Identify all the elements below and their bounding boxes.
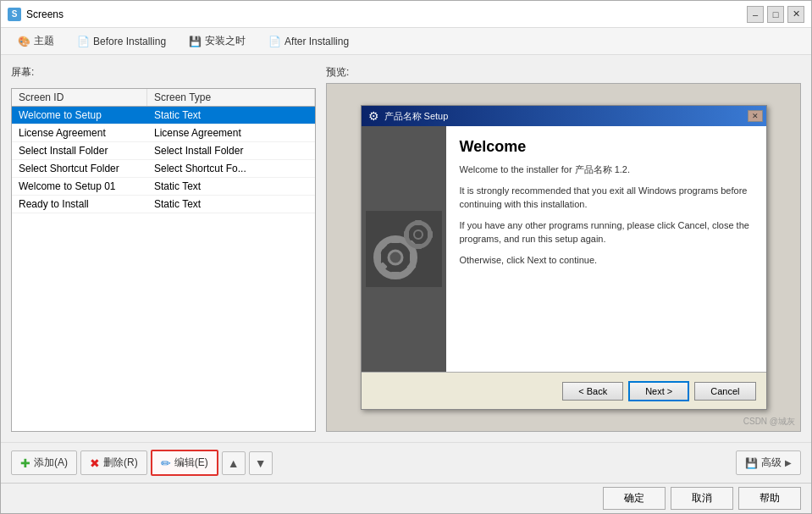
cell-screen-type: Select Install Folder — [147, 142, 315, 159]
edit-label: 编辑(E) — [174, 456, 208, 470]
title-bar-left: S Screens — [8, 8, 64, 21]
window-title: Screens — [26, 8, 64, 20]
installer-footer: < Back Next > Cancel — [362, 372, 766, 409]
minimize-button[interactable]: – — [747, 6, 764, 23]
advanced-button[interactable]: 💾 高级 ▶ — [736, 450, 801, 475]
tab-before-installing[interactable]: 📄 Before Installing — [67, 30, 175, 53]
col-header-screen-id: Screen ID — [12, 89, 147, 106]
move-up-button[interactable]: ▲ — [222, 451, 246, 475]
svg-rect-13 — [415, 220, 422, 225]
delete-button[interactable]: ✖ 删除(R) — [80, 450, 147, 475]
svg-rect-5 — [374, 253, 381, 262]
main-window: S Screens – □ ✕ 🎨 主题 📄 Before Installing… — [0, 0, 812, 514]
close-button[interactable]: ✕ — [787, 6, 804, 23]
tab-after-installing[interactable]: 📄 After Installing — [258, 30, 358, 53]
installer-title: 产品名称 Setup — [384, 110, 449, 123]
installer-text-area: Welcome Welcome to the installer for 产品名… — [446, 126, 766, 372]
svg-rect-14 — [415, 244, 422, 249]
toolbar: 🎨 主题 📄 Before Installing 💾 安装之时 📄 After … — [1, 28, 811, 55]
edit-icon: ✏ — [161, 456, 171, 470]
table-row[interactable]: Welcome to Setup Static Text — [12, 107, 315, 124]
tab-after-label: After Installing — [284, 36, 349, 47]
watermark: CSDN @城灰 — [743, 416, 795, 428]
svg-rect-15 — [404, 231, 409, 238]
svg-rect-3 — [391, 236, 400, 243]
installer-next-button[interactable]: Next > — [628, 381, 689, 401]
confirm-button[interactable]: 确定 — [603, 487, 666, 510]
installer-para2: It is strongly recommended that you exit… — [460, 184, 753, 212]
installer-para3: If you have any other programs running, … — [460, 218, 753, 246]
cell-screen-type: Static Text — [147, 107, 315, 124]
installer-para4: Otherwise, click Next to continue. — [460, 253, 753, 268]
cell-screen-id: Select Install Folder — [12, 142, 147, 159]
svg-rect-16 — [428, 231, 433, 238]
table-row[interactable]: Select Shortcut Folder Select Shortcut F… — [12, 160, 315, 178]
theme-icon: 🎨 — [17, 35, 30, 48]
installer-body: Welcome Welcome to the installer for 产品名… — [362, 126, 766, 372]
advanced-label: 高级 — [761, 456, 782, 470]
advanced-icon: 💾 — [745, 457, 758, 469]
table-row[interactable]: Ready to Install Static Text — [12, 196, 315, 213]
screen-table[interactable]: Screen ID Screen Type Welcome to Setup S… — [11, 88, 316, 432]
table-row[interactable]: Welcome to Setup 01 Static Text — [12, 178, 315, 196]
svg-point-12 — [414, 230, 423, 239]
svg-rect-6 — [410, 253, 417, 262]
chevron-right-icon: ▶ — [785, 458, 792, 467]
screens-label: 屏幕: — [11, 65, 316, 80]
table-row[interactable]: Select Install Folder Select Install Fol… — [12, 142, 315, 160]
col-header-screen-type: Screen Type — [147, 89, 315, 106]
bottom-toolbar: ✚ 添加(A) ✖ 删除(R) ✏ 编辑(E) ▲ ▼ 💾 高级 ▶ — [1, 442, 811, 483]
installer-icon: ⚙ — [368, 109, 379, 123]
tab-before-label: Before Installing — [93, 36, 166, 47]
preview-label: 预览: — [326, 65, 801, 80]
title-bar: S Screens – □ ✕ — [1, 1, 811, 28]
cell-screen-id: Welcome to Setup 01 — [12, 178, 147, 195]
cell-screen-type: License Agreement — [147, 124, 315, 141]
installer-image — [362, 126, 446, 372]
installer-close-button[interactable]: ✕ — [748, 110, 763, 122]
status-bar: 确定 取消 帮助 — [1, 483, 811, 513]
left-panel: 屏幕: Screen ID Screen Type Welcome to Set… — [11, 65, 316, 432]
installer-cancel-button[interactable]: Cancel — [694, 382, 755, 401]
cell-screen-type: Select Shortcut Fo... — [147, 160, 315, 177]
during-icon: 💾 — [188, 35, 202, 48]
right-panel: 预览: ⚙ 产品名称 Setup ✕ — [326, 65, 801, 432]
installer-para1: Welcome to the installer for 产品名称 1.2. — [460, 163, 753, 177]
help-button[interactable]: 帮助 — [738, 487, 801, 510]
installer-back-button[interactable]: < Back — [562, 382, 623, 401]
add-button[interactable]: ✚ 添加(A) — [11, 450, 77, 475]
tab-theme-label: 主题 — [34, 34, 54, 48]
delete-label: 删除(R) — [103, 456, 138, 470]
cancel-button[interactable]: 取消 — [671, 487, 733, 510]
add-icon: ✚ — [20, 456, 30, 470]
installer-title-bar: ⚙ 产品名称 Setup ✕ — [362, 106, 766, 126]
cell-screen-id: Welcome to Setup — [12, 107, 147, 124]
move-down-button[interactable]: ▼ — [249, 451, 273, 475]
cell-screen-id: Select Shortcut Folder — [12, 160, 147, 177]
installer-window: ⚙ 产品名称 Setup ✕ — [361, 105, 767, 410]
cell-screen-id: License Agreement — [12, 124, 147, 141]
tab-during-label: 安装之时 — [205, 34, 246, 48]
tab-during-installing[interactable]: 💾 安装之时 — [179, 30, 255, 53]
main-content: 屏幕: Screen ID Screen Type Welcome to Set… — [1, 55, 811, 442]
edit-button[interactable]: ✏ 编辑(E) — [151, 450, 218, 476]
installer-heading: Welcome — [460, 138, 753, 156]
maximize-button[interactable]: □ — [767, 6, 784, 23]
add-label: 添加(A) — [34, 456, 68, 470]
title-controls: – □ ✕ — [747, 6, 804, 23]
svg-rect-4 — [391, 272, 400, 279]
table-header: Screen ID Screen Type — [12, 89, 315, 107]
tab-theme[interactable]: 🎨 主题 — [8, 30, 64, 53]
delete-icon: ✖ — [90, 456, 100, 470]
svg-point-2 — [389, 251, 402, 264]
table-row[interactable]: License Agreement License Agreement — [12, 124, 315, 142]
cell-screen-type: Static Text — [147, 196, 315, 213]
cell-screen-id: Ready to Install — [12, 196, 147, 213]
cell-screen-type: Static Text — [147, 178, 315, 195]
after-icon: 📄 — [268, 35, 281, 48]
window-icon: S — [8, 8, 21, 21]
before-icon: 📄 — [76, 35, 90, 48]
preview-box: ⚙ 产品名称 Setup ✕ — [326, 83, 801, 432]
